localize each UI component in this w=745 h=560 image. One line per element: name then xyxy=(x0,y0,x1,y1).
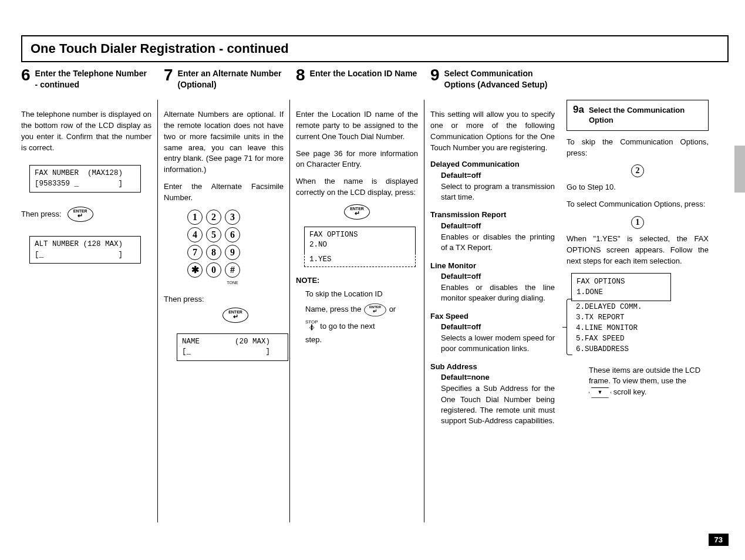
step-9a-title: Select the Communication Option xyxy=(589,106,702,126)
col-step-8: 8 Enter the Location ID Name Enter the L… xyxy=(290,67,424,522)
opt-delayed-comm: Delayed Communication Default=off Select… xyxy=(430,159,555,203)
key-5: 5 xyxy=(206,227,221,242)
col-step-9: 9 Select Communication Options (Advanced… xyxy=(424,67,561,522)
lcd-fax-options-frame: FAX OPTIONS 1.DONE xyxy=(571,273,671,301)
step-9a-number: 9a xyxy=(573,104,584,116)
key-3: 3 xyxy=(225,210,240,225)
step-8-number: 8 xyxy=(296,67,305,83)
side-tab xyxy=(734,146,745,193)
step-9-number: 9 xyxy=(430,67,440,83)
col-step-9a: 9a Select the Communication Option To sk… xyxy=(561,67,709,522)
opt-line-monitor: Line Monitor Default=off Enables or disa… xyxy=(430,261,555,304)
key-star: ✱ xyxy=(187,262,203,278)
step-6-then-press: Then press: ENTER xyxy=(21,207,151,222)
key-0: 0 xyxy=(206,262,221,278)
enter-key-icon: ENTER xyxy=(344,204,370,220)
step-7-heading: 7 Enter an Alternate Number (Optional) xyxy=(164,67,284,100)
note-label: NOTE: xyxy=(296,275,418,286)
step-8-heading: 8 Enter the Location ID Name xyxy=(296,67,418,100)
key-1: 1 xyxy=(187,210,203,225)
step-7-number: 7 xyxy=(164,67,173,83)
step-9-title: Select Communication Options (Advanced S… xyxy=(444,67,555,90)
content-columns: 6 Enter the Telephone Number - continued… xyxy=(21,67,729,522)
enter-key-icon: ENTER xyxy=(68,207,93,222)
fax-options-list: FAX OPTIONS 1.DONE 2.DELAYED COMM. 3.TX … xyxy=(571,273,709,398)
lcd-name: NAME (20 MAX) [_ ] xyxy=(177,333,288,361)
step-9-intro: This setting will allow you to specify o… xyxy=(430,109,555,153)
lcd-fax-number: FAX NUMBER (MAX128) [9583359 _ ] xyxy=(29,165,141,193)
key-2: 2 xyxy=(206,210,221,225)
key-1-icon: 1 xyxy=(631,216,644,229)
page-header-panel: One Touch Dialer Registration - continue… xyxy=(21,35,729,62)
col-step-7: 7 Enter an Alternate Number (Optional) A… xyxy=(158,67,289,522)
col-step-6: 6 Enter the Telephone Number - continued… xyxy=(21,67,157,522)
fax-options-overflow: 2.DELAYED COMM. 3.TX REPORT 4.LINE MONIT… xyxy=(571,301,671,356)
numeric-keypad-icon: 1 2 3 4 5 6 7 8 9 ✱ xyxy=(187,210,284,286)
enter-key-icon: ENTER xyxy=(364,303,386,316)
opt-sub-address: Sub Address Default=none Specifies a Sub… xyxy=(430,362,555,426)
step-8-title: Enter the Location ID Name xyxy=(310,67,417,79)
step-6-heading: 6 Enter the Telephone Number - continued xyxy=(21,67,151,100)
key-8: 8 xyxy=(206,245,221,260)
step-9a-p1: To skip the Communication Options, press… xyxy=(567,137,709,159)
key-4: 4 xyxy=(187,227,203,242)
opt-tx-report: Transmission Report Default=off Enables … xyxy=(430,210,555,253)
note-line-2: Name, press the ENTER or xyxy=(305,302,418,318)
step-8-p3: When the name is displayed correctly on … xyxy=(296,176,418,198)
step-9-heading: 9 Select Communication Options (Advanced… xyxy=(430,67,555,100)
opt-fax-speed: Fax Speed Default=off Selects a lower mo… xyxy=(430,311,555,355)
note-line-3: STOP to go to the next xyxy=(305,320,418,332)
page-title: One Touch Dialer Registration - continue… xyxy=(31,41,719,56)
step-7-p1: Alternate Numbers are optional. If the r… xyxy=(164,109,284,176)
step-6-title: Enter the Telephone Number - continued xyxy=(35,67,151,90)
scroll-down-key-icon xyxy=(589,387,611,398)
key-9: 9 xyxy=(225,245,240,260)
step-7-title: Enter an Alternate Number (Optional) xyxy=(178,67,284,90)
keypad-tone-label: TONE xyxy=(225,280,240,286)
brace-icon xyxy=(567,299,572,355)
bracket-note: These items are outside the LCD frame. T… xyxy=(589,365,709,399)
stop-key-icon: STOP xyxy=(305,320,318,330)
lcd-fax-options-torn: FAX OPTIONS 2.NO 1.YES xyxy=(304,227,416,268)
step-9a-p4: When "1.YES" is selected, the FAX OPTION… xyxy=(567,234,709,267)
page-number: 73 xyxy=(709,534,729,546)
note-line-4: step. xyxy=(305,335,418,346)
key-pound: # xyxy=(225,262,240,278)
lcd-alt-number: ALT NUMBER (128 MAX) [_ ] xyxy=(29,236,141,264)
step-9a-p3: To select Communication Op­tions, press: xyxy=(567,199,709,210)
step-9a-p2: Go to Step 10. xyxy=(567,182,709,193)
step-8-p2: See page 36 for more informa­tion on Cha… xyxy=(296,149,418,171)
key-6: 6 xyxy=(225,227,240,242)
step-6-p1: The telephone number is dis­played on th… xyxy=(21,109,151,153)
key-2-icon: 2 xyxy=(631,164,644,177)
key-7: 7 xyxy=(187,245,203,260)
step-7-p2: Enter the Alternate Facsimile Number. xyxy=(164,181,284,204)
step-8-p1: Enter the Location ID name of the remote… xyxy=(296,109,418,143)
note-line-1: To skip the Location ID xyxy=(305,289,418,300)
enter-key-icon: ENTER xyxy=(223,308,248,323)
step-9a-panel: 9a Select the Communication Option xyxy=(567,100,709,131)
step-6-number: 6 xyxy=(21,67,31,83)
step-7-then-press: Then press: xyxy=(164,294,284,305)
